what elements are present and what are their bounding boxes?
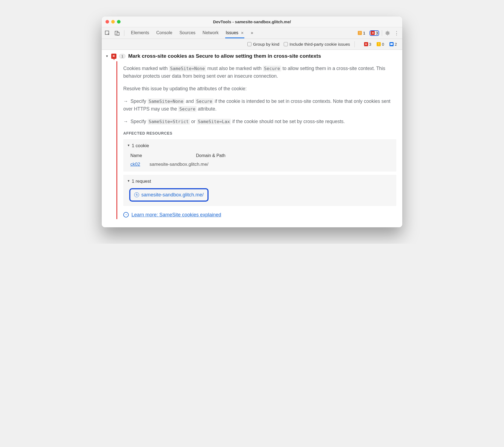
tab-console[interactable]: Console — [156, 28, 173, 38]
arrow-icon: → — [123, 119, 128, 124]
issue-body: Cookies marked with SameSite=None must a… — [116, 61, 398, 219]
tab-network[interactable]: Network — [202, 28, 219, 38]
checkbox-icon — [247, 42, 251, 46]
warning-count: 1 — [363, 31, 365, 35]
issue-bullet-1: → Specify SameSite=None and Secure if th… — [123, 97, 396, 113]
issues-content: ▼ ✕ 1 Mark cross-site cookies as Secure … — [102, 50, 402, 227]
expand-icon: ▼ — [127, 143, 130, 148]
col-domain: Domain & Path — [196, 152, 225, 159]
external-link-icon: → — [123, 212, 129, 217]
error-icon: ✕ — [371, 31, 375, 35]
error-icon: ✕ — [364, 42, 368, 46]
svg-rect-2 — [117, 32, 119, 35]
learn-more-link[interactable]: → Learn more: SameSite cookies explained — [123, 211, 396, 219]
message-icon — [389, 42, 394, 46]
warning-badge[interactable]: ! 1 — [356, 31, 367, 36]
window-title: DevTools - samesite-sandbox.glitch.me/ — [102, 19, 402, 24]
error-count-badge[interactable]: ✕ 3 — [362, 42, 373, 47]
group-by-kind-checkbox[interactable]: Group by kind — [247, 42, 280, 47]
issue-header[interactable]: ▼ ✕ 1 Mark cross-site cookies as Secure … — [106, 53, 398, 59]
tab-issues-label: Issues — [226, 30, 238, 35]
issue-bullet-2: → Specify SameSite=Strict or SameSite=La… — [123, 118, 396, 125]
issue-count-badge: 1 — [119, 54, 125, 59]
affected-resources-label: AFFECTED RESOURCES — [123, 130, 396, 136]
issue-resolve-intro: Resolve this issue by updating the attri… — [123, 85, 396, 92]
cookies-section-header[interactable]: ▼ 1 cookie — [127, 142, 392, 149]
more-tabs-icon[interactable]: » — [250, 28, 254, 38]
issue-description: Cookies marked with SameSite=None must a… — [123, 65, 396, 80]
close-window-button[interactable] — [106, 20, 109, 24]
code-secure: Secure — [263, 66, 281, 71]
request-icon: ⇅ — [134, 192, 139, 197]
group-by-kind-label: Group by kind — [253, 42, 280, 47]
col-name: Name — [130, 152, 180, 159]
tab-elements[interactable]: Elements — [130, 28, 150, 38]
tab-issues[interactable]: Issues ✕ — [225, 28, 244, 38]
expand-icon: ▼ — [127, 179, 130, 184]
error-count: 3 — [376, 31, 378, 35]
device-toggle-icon[interactable] — [114, 30, 120, 36]
checkbox-icon — [284, 42, 288, 46]
more-options-icon[interactable]: ⋮ — [394, 30, 400, 36]
learn-more-text: Learn more: SameSite cookies explained — [131, 211, 221, 219]
requests-section-header[interactable]: ▼ 1 request — [127, 178, 392, 185]
panel-tabs: Elements Console Sources Network Issues … — [130, 28, 352, 38]
arrow-icon: → — [123, 98, 128, 104]
warn-count-badge[interactable]: ! 0 — [375, 42, 386, 47]
third-party-checkbox[interactable]: Include third-party cookie issues — [284, 42, 350, 47]
message-count-badge[interactable]: 2 — [388, 42, 398, 47]
settings-icon[interactable] — [385, 30, 391, 36]
error-badge-highlighted[interactable]: ✕ 3 — [370, 30, 379, 36]
tab-sources[interactable]: Sources — [179, 28, 196, 38]
inspect-element-icon[interactable] — [104, 30, 110, 36]
cookie-domain-value: samesite-sandbox.glitch.me/ — [150, 161, 208, 168]
issues-subtoolbar: Group by kind Include third-party cookie… — [102, 39, 402, 50]
issue-title: Mark cross-site cookies as Secure to all… — [128, 53, 321, 59]
issue-counts: ✕ 3 ! 0 2 — [362, 42, 398, 47]
info-icon: ! — [377, 42, 381, 46]
request-link-highlighted[interactable]: ⇅ samesite-sandbox.glitch.me/ — [129, 188, 209, 202]
toolbar-right: ! 1 ✕ 3 ⋮ — [356, 30, 400, 36]
svg-rect-4 — [390, 43, 393, 45]
main-toolbar: Elements Console Sources Network Issues … — [102, 27, 402, 39]
titlebar: DevTools - samesite-sandbox.glitch.me/ — [102, 16, 402, 27]
request-url: samesite-sandbox.glitch.me/ — [141, 191, 204, 199]
minimize-window-button[interactable] — [111, 20, 115, 24]
affected-requests-block: ▼ 1 request ⇅ samesite-sandbox.glitch.me… — [123, 175, 396, 206]
cookie-row: ck02 samesite-sandbox.glitch.me/ — [127, 160, 392, 169]
svg-point-3 — [387, 32, 388, 34]
expand-icon[interactable]: ▼ — [106, 54, 109, 58]
third-party-label: Include third-party cookie issues — [289, 42, 350, 47]
window-controls — [106, 20, 121, 24]
close-tab-icon[interactable]: ✕ — [241, 31, 244, 35]
devtools-window: DevTools - samesite-sandbox.glitch.me/ E… — [102, 16, 402, 227]
affected-cookies-block: ▼ 1 cookie Name Domain & Path ck02 sames… — [123, 139, 396, 172]
cookie-table-header: Name Domain & Path — [127, 151, 392, 160]
warning-icon: ! — [358, 31, 362, 35]
zoom-window-button[interactable] — [117, 20, 121, 24]
code-samesite-none: SameSite=None — [169, 66, 206, 71]
cookie-name-link[interactable]: ck02 — [130, 162, 140, 167]
issue-severity-error-icon: ✕ — [111, 54, 116, 59]
